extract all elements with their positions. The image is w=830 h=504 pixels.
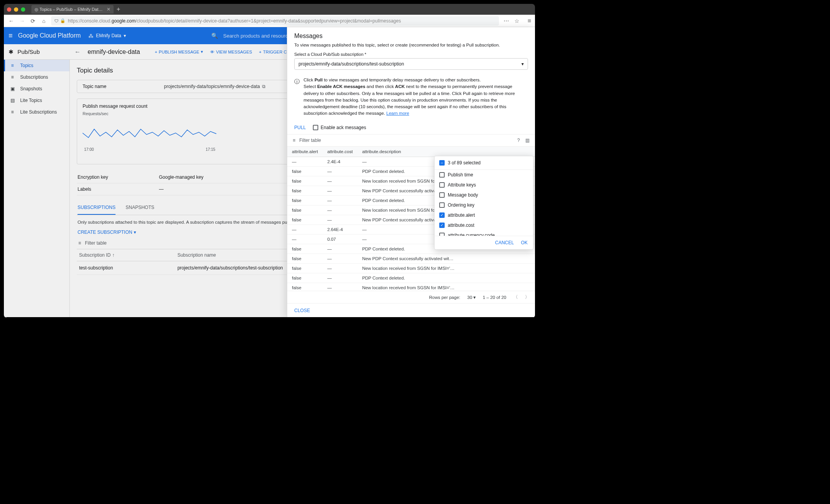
- info-icon: ⓘ: [294, 77, 300, 117]
- cell-alert: —: [287, 234, 323, 244]
- table-row[interactable]: false—New location received from SGSN fo…: [287, 263, 535, 273]
- cell-cost: 2.4E-4: [323, 157, 357, 166]
- home-icon[interactable]: ⌂: [40, 18, 47, 24]
- column-option-publish-time[interactable]: Publish time: [435, 170, 533, 180]
- table-row[interactable]: false—PDP Context deleted.: [287, 273, 535, 283]
- table-pager: Rows per page: 30 ▾ 1 – 20 of 20 〈 〉: [287, 291, 535, 303]
- sidebar-item-subscriptions[interactable]: ≡Subscriptions: [4, 71, 69, 83]
- product-name: Pub/Sub: [17, 48, 40, 55]
- enable-ack-checkbox[interactable]: Enable ack messages: [313, 125, 366, 130]
- next-page-icon[interactable]: 〉: [525, 294, 530, 300]
- col-alert[interactable]: attribute.alert: [287, 147, 323, 157]
- col-cost[interactable]: attribute.cost: [323, 147, 357, 157]
- cell-alert: false: [287, 166, 323, 176]
- cell-alert: false: [287, 186, 323, 195]
- checkbox-icon: [439, 223, 445, 228]
- cell-description: PDP Context deleted.: [357, 273, 535, 283]
- close-button[interactable]: CLOSE: [294, 308, 310, 313]
- project-name: EMnify Data: [96, 33, 121, 38]
- cell-cost: —: [323, 244, 357, 254]
- panel-subtitle: To view messages published to this topic…: [287, 41, 535, 52]
- cell-alert: —: [287, 157, 323, 166]
- column-option-label: Publish time: [448, 172, 473, 178]
- product-title: ✱ Pub/Sub: [4, 48, 70, 55]
- pull-button[interactable]: PULL: [294, 125, 306, 130]
- shield-icon: 🛡: [54, 19, 59, 23]
- column-option-attribute-cost[interactable]: attribute.cost: [435, 220, 533, 230]
- project-icon: ⁂: [88, 33, 93, 39]
- forward-icon[interactable]: →: [19, 18, 26, 24]
- rows-per-page-select[interactable]: 30 ▾: [467, 295, 476, 300]
- back-icon[interactable]: ←: [8, 18, 15, 24]
- project-picker[interactable]: ⁂ EMnify Data ▾: [88, 33, 126, 39]
- url-bar[interactable]: 🛡 🔒 https://console.cloud.google.com/clo…: [51, 16, 499, 26]
- plus-icon: +: [259, 50, 261, 54]
- tab-title: Topics – Pub/Sub – EMnify Dat…: [40, 7, 103, 12]
- reload-icon[interactable]: ⟳: [29, 18, 36, 24]
- help-icon[interactable]: ?: [517, 138, 520, 143]
- sidebar-item-topics[interactable]: ≡Topics: [4, 60, 69, 71]
- view-messages-button[interactable]: 👁VIEW MESSAGES: [210, 50, 252, 54]
- collapse-sidebar-icon[interactable]: ⟨: [4, 317, 6, 318]
- column-option-message-body[interactable]: Message body: [435, 190, 533, 200]
- ok-button[interactable]: OK: [521, 240, 528, 245]
- indeterminate-checkbox-icon[interactable]: −: [439, 160, 445, 166]
- minimize-window[interactable]: [14, 7, 18, 12]
- prev-page-icon[interactable]: 〈: [513, 294, 518, 300]
- col-description[interactable]: attribute.description: [357, 147, 535, 157]
- learn-more-link[interactable]: Learn more: [387, 111, 409, 116]
- column-option-label: Message body: [448, 192, 478, 198]
- close-window[interactable]: [7, 7, 11, 12]
- search-icon: 🔍: [211, 33, 218, 39]
- back-arrow-icon[interactable]: ←: [74, 48, 81, 55]
- bookmark-icon[interactable]: ☆: [514, 18, 521, 24]
- tab-snapshots[interactable]: SNAPSHOTS: [126, 201, 154, 215]
- columns-icon[interactable]: ▥: [525, 138, 530, 143]
- publish-message-button[interactable]: +PUBLISH MESSAGE▾: [155, 49, 203, 54]
- column-picker-popup: − 3 of 89 selected Publish timeAttribute…: [434, 156, 533, 250]
- checkbox-icon: [313, 125, 318, 130]
- column-option-attribute-alert[interactable]: attribute.alert: [435, 210, 533, 220]
- table-row[interactable]: false—New location received from SGSN fo…: [287, 283, 535, 291]
- nav-menu-icon[interactable]: ≡: [9, 32, 13, 40]
- new-tab-button[interactable]: +: [117, 6, 120, 13]
- cell-description: New location received from SGSN for IMSI…: [357, 263, 535, 273]
- col-sub-id[interactable]: Subscription ID↑: [77, 249, 175, 261]
- tab-subscriptions[interactable]: SUBSCRIPTIONS: [78, 201, 116, 215]
- chart-line: [83, 121, 218, 145]
- lock-icon: 🔒: [60, 18, 66, 23]
- labels-value: —: [159, 186, 164, 192]
- chevron-down-icon: ▾: [201, 49, 203, 54]
- cancel-button[interactable]: CANCEL: [495, 240, 514, 245]
- sidebar-item-icon: ≡: [9, 109, 16, 115]
- sidebar-item-snapshots[interactable]: ▣Snapshots: [4, 83, 69, 95]
- cell-cost: —: [323, 283, 357, 291]
- checkbox-icon: [439, 233, 445, 236]
- brand-title: Google Cloud Platform: [18, 32, 81, 39]
- browser-menu-icon[interactable]: ≡: [528, 17, 531, 24]
- subscription-select[interactable]: projects/emnify-data/subscriptions/test-…: [294, 58, 528, 70]
- cell-description: New PDP Context successfully activated w…: [357, 254, 535, 263]
- browser-tab[interactable]: ◎ Topics – Pub/Sub – EMnify Dat… ✕: [31, 5, 114, 14]
- labels-label: Labels: [78, 186, 159, 192]
- column-option-ordering-key[interactable]: Ordering key: [435, 200, 533, 210]
- table-row[interactable]: false—New PDP Context successfully activ…: [287, 254, 535, 263]
- close-tab-icon[interactable]: ✕: [107, 7, 110, 12]
- column-option-attribute-keys[interactable]: Attribute keys: [435, 180, 533, 190]
- cell-cost: —: [323, 195, 357, 205]
- cell-alert: false: [287, 215, 323, 224]
- sidebar-item-icon: ▣: [9, 86, 16, 91]
- subscription-select-label: Select a Cloud Pub/Sub subscription *: [287, 52, 535, 57]
- copy-icon[interactable]: ⧉: [262, 84, 266, 89]
- more-dots-icon[interactable]: ⋯: [503, 18, 510, 24]
- maximize-window[interactable]: [21, 7, 25, 12]
- topic-name-label: Topic name: [83, 84, 164, 89]
- sidebar-item-lite-topics[interactable]: ▤Lite Topics: [4, 95, 69, 106]
- cell-cost: —: [323, 176, 357, 186]
- header-search[interactable]: 🔍 Search products and resources: [211, 33, 293, 39]
- encryption-key-label: Encryption key: [78, 174, 159, 180]
- filter-placeholder[interactable]: Filter table: [299, 138, 321, 143]
- cell-alert: false: [287, 205, 323, 215]
- sidebar-item-lite-subscriptions[interactable]: ≡Lite Subscriptions: [4, 106, 69, 118]
- column-option-attribute-currency-code[interactable]: attribute.currency.code: [435, 230, 533, 236]
